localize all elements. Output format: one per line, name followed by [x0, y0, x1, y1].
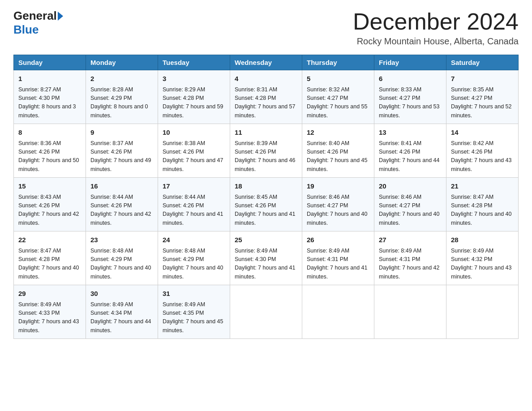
- day-number: 25: [235, 235, 297, 245]
- day-number: 30: [90, 289, 153, 299]
- header-day-monday: Monday: [86, 55, 158, 70]
- calendar-cell: 27Sunrise: 8:49 AMSunset: 4:31 PMDayligh…: [374, 231, 446, 285]
- calendar-cell: 1Sunrise: 8:27 AMSunset: 4:30 PMDaylight…: [14, 70, 86, 124]
- day-info: Sunrise: 8:39 AMSunset: 4:26 PMDaylight:…: [235, 139, 297, 174]
- day-info: Sunrise: 8:49 AMSunset: 4:31 PMDaylight:…: [379, 247, 442, 282]
- day-number: 19: [307, 181, 369, 192]
- calendar-week-3: 15Sunrise: 8:43 AMSunset: 4:26 PMDayligh…: [14, 178, 519, 231]
- day-number: 9: [90, 128, 153, 138]
- day-info: Sunrise: 8:49 AMSunset: 4:34 PMDaylight:…: [90, 300, 153, 335]
- calendar-cell: 4Sunrise: 8:31 AMSunset: 4:28 PMDaylight…: [230, 70, 302, 124]
- day-info: Sunrise: 8:32 AMSunset: 4:27 PMDaylight:…: [307, 86, 369, 120]
- header-day-wednesday: Wednesday: [230, 55, 302, 70]
- day-number: 26: [307, 235, 369, 245]
- day-info: Sunrise: 8:35 AMSunset: 4:27 PMDaylight:…: [451, 86, 514, 120]
- calendar-cell: [230, 285, 302, 339]
- calendar-cell: 23Sunrise: 8:48 AMSunset: 4:29 PMDayligh…: [86, 231, 158, 285]
- day-number: 28: [451, 235, 514, 245]
- calendar-cell: 6Sunrise: 8:33 AMSunset: 4:27 PMDaylight…: [374, 70, 446, 124]
- day-info: Sunrise: 8:49 AMSunset: 4:30 PMDaylight:…: [235, 247, 297, 282]
- calendar-cell: 12Sunrise: 8:40 AMSunset: 4:26 PMDayligh…: [302, 124, 374, 178]
- day-number: 3: [163, 74, 225, 84]
- day-number: 20: [379, 181, 442, 192]
- calendar-cell: 31Sunrise: 8:49 AMSunset: 4:35 PMDayligh…: [158, 285, 230, 339]
- day-number: 11: [235, 128, 297, 138]
- logo-general-text: General: [13, 9, 57, 23]
- day-number: 15: [18, 181, 81, 192]
- calendar-cell: 10Sunrise: 8:38 AMSunset: 4:26 PMDayligh…: [158, 124, 230, 178]
- day-number: 13: [379, 128, 442, 138]
- page-header: General Blue December 2024 Rocky Mountai…: [13, 9, 519, 47]
- calendar-week-1: 1Sunrise: 8:27 AMSunset: 4:30 PMDaylight…: [14, 70, 519, 124]
- title-block: December 2024 Rocky Mountain House, Albe…: [353, 9, 519, 47]
- calendar-cell: 28Sunrise: 8:49 AMSunset: 4:32 PMDayligh…: [446, 231, 519, 285]
- calendar-cell: 30Sunrise: 8:49 AMSunset: 4:34 PMDayligh…: [86, 285, 158, 339]
- day-info: Sunrise: 8:46 AMSunset: 4:27 PMDaylight:…: [307, 193, 369, 228]
- month-title: December 2024: [353, 9, 519, 34]
- day-info: Sunrise: 8:47 AMSunset: 4:28 PMDaylight:…: [451, 193, 514, 228]
- day-number: 22: [18, 235, 81, 245]
- calendar-cell: 3Sunrise: 8:29 AMSunset: 4:28 PMDaylight…: [158, 70, 230, 124]
- day-number: 17: [163, 181, 225, 192]
- day-info: Sunrise: 8:37 AMSunset: 4:26 PMDaylight:…: [90, 139, 153, 174]
- header-day-tuesday: Tuesday: [158, 55, 230, 70]
- location-subtitle: Rocky Mountain House, Alberta, Canada: [353, 36, 519, 47]
- day-number: 14: [451, 128, 514, 138]
- day-info: Sunrise: 8:44 AMSunset: 4:26 PMDaylight:…: [90, 193, 153, 228]
- day-number: 21: [451, 181, 514, 192]
- day-info: Sunrise: 8:38 AMSunset: 4:26 PMDaylight:…: [163, 139, 225, 174]
- logo: General Blue: [13, 9, 64, 37]
- calendar-cell: 7Sunrise: 8:35 AMSunset: 4:27 PMDaylight…: [446, 70, 519, 124]
- day-info: Sunrise: 8:27 AMSunset: 4:30 PMDaylight:…: [18, 86, 81, 120]
- day-info: Sunrise: 8:49 AMSunset: 4:35 PMDaylight:…: [163, 300, 225, 335]
- day-info: Sunrise: 8:43 AMSunset: 4:26 PMDaylight:…: [18, 193, 81, 228]
- calendar-cell: 22Sunrise: 8:47 AMSunset: 4:28 PMDayligh…: [14, 231, 86, 285]
- day-info: Sunrise: 8:44 AMSunset: 4:26 PMDaylight:…: [163, 193, 225, 228]
- header-day-saturday: Saturday: [446, 55, 519, 70]
- calendar-week-4: 22Sunrise: 8:47 AMSunset: 4:28 PMDayligh…: [14, 231, 519, 285]
- day-number: 7: [451, 74, 514, 84]
- calendar-cell: 11Sunrise: 8:39 AMSunset: 4:26 PMDayligh…: [230, 124, 302, 178]
- calendar-cell: [374, 285, 446, 339]
- day-info: Sunrise: 8:47 AMSunset: 4:28 PMDaylight:…: [18, 247, 81, 282]
- calendar-table: SundayMondayTuesdayWednesdayThursdayFrid…: [13, 55, 519, 339]
- calendar-cell: 15Sunrise: 8:43 AMSunset: 4:26 PMDayligh…: [14, 178, 86, 231]
- day-info: Sunrise: 8:36 AMSunset: 4:26 PMDaylight:…: [18, 139, 81, 174]
- calendar-cell: 16Sunrise: 8:44 AMSunset: 4:26 PMDayligh…: [86, 178, 158, 231]
- header-day-sunday: Sunday: [14, 55, 86, 70]
- calendar-cell: 5Sunrise: 8:32 AMSunset: 4:27 PMDaylight…: [302, 70, 374, 124]
- day-info: Sunrise: 8:41 AMSunset: 4:26 PMDaylight:…: [379, 139, 442, 174]
- day-info: Sunrise: 8:28 AMSunset: 4:29 PMDaylight:…: [90, 86, 153, 120]
- day-number: 31: [163, 289, 225, 299]
- calendar-cell: 19Sunrise: 8:46 AMSunset: 4:27 PMDayligh…: [302, 178, 374, 231]
- header-day-friday: Friday: [374, 55, 446, 70]
- calendar-cell: 9Sunrise: 8:37 AMSunset: 4:26 PMDaylight…: [86, 124, 158, 178]
- day-number: 5: [307, 74, 369, 84]
- calendar-cell: 21Sunrise: 8:47 AMSunset: 4:28 PMDayligh…: [446, 178, 519, 231]
- day-info: Sunrise: 8:45 AMSunset: 4:26 PMDaylight:…: [235, 193, 297, 228]
- day-info: Sunrise: 8:46 AMSunset: 4:27 PMDaylight:…: [379, 193, 442, 228]
- calendar-cell: 13Sunrise: 8:41 AMSunset: 4:26 PMDayligh…: [374, 124, 446, 178]
- calendar-cell: [446, 285, 519, 339]
- day-info: Sunrise: 8:31 AMSunset: 4:28 PMDaylight:…: [235, 86, 297, 120]
- calendar-cell: 20Sunrise: 8:46 AMSunset: 4:27 PMDayligh…: [374, 178, 446, 231]
- day-info: Sunrise: 8:48 AMSunset: 4:29 PMDaylight:…: [90, 247, 153, 282]
- calendar-cell: 24Sunrise: 8:48 AMSunset: 4:29 PMDayligh…: [158, 231, 230, 285]
- day-number: 12: [307, 128, 369, 138]
- logo-blue-text: Blue: [13, 23, 39, 36]
- calendar-cell: 18Sunrise: 8:45 AMSunset: 4:26 PMDayligh…: [230, 178, 302, 231]
- calendar-cell: 17Sunrise: 8:44 AMSunset: 4:26 PMDayligh…: [158, 178, 230, 231]
- header-day-thursday: Thursday: [302, 55, 374, 70]
- day-info: Sunrise: 8:33 AMSunset: 4:27 PMDaylight:…: [379, 86, 442, 120]
- day-info: Sunrise: 8:49 AMSunset: 4:32 PMDaylight:…: [451, 247, 514, 282]
- day-number: 1: [18, 74, 81, 84]
- calendar-header-row: SundayMondayTuesdayWednesdayThursdayFrid…: [14, 55, 519, 70]
- logo-arrow-icon: [58, 12, 63, 21]
- day-number: 6: [379, 74, 442, 84]
- day-number: 8: [18, 128, 81, 138]
- day-info: Sunrise: 8:48 AMSunset: 4:29 PMDaylight:…: [163, 247, 225, 282]
- day-number: 4: [235, 74, 297, 84]
- day-number: 27: [379, 235, 442, 245]
- day-number: 10: [163, 128, 225, 138]
- day-info: Sunrise: 8:42 AMSunset: 4:26 PMDaylight:…: [451, 139, 514, 174]
